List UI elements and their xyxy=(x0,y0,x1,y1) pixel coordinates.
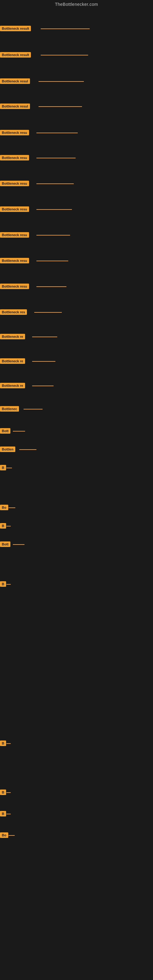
bottleneck-badge: Bott xyxy=(0,541,10,547)
bottleneck-item: Bottleneck result xyxy=(0,26,31,31)
bottleneck-bar xyxy=(37,286,66,287)
bottleneck-bar xyxy=(32,337,57,337)
bottleneck-badge: Bottleneck result xyxy=(0,26,31,31)
bottleneck-bar xyxy=(9,835,15,836)
bottleneck-bar xyxy=(19,449,37,450)
bottleneck-badge: B xyxy=(0,581,6,587)
bottleneck-badge: Bottleneck resu xyxy=(0,283,29,289)
bottleneck-badge: B xyxy=(0,811,6,816)
bottleneck-badge: Bottleneck re xyxy=(0,383,25,388)
bottleneck-bar xyxy=(37,209,72,210)
bottleneck-bar xyxy=(37,133,78,133)
bottleneck-item: Bottleneck resu xyxy=(0,181,29,186)
bottleneck-bar xyxy=(9,508,15,508)
bottleneck-item: Bott xyxy=(0,541,10,547)
bottleneck-bar xyxy=(6,468,12,468)
bottleneck-item: Bottleneck result xyxy=(0,52,31,57)
bottleneck-bar xyxy=(32,385,54,386)
bottleneck-item: Bottleneck resu xyxy=(0,283,29,289)
bottleneck-item: Bottleneck resu xyxy=(0,258,29,263)
site-title: TheBottlenecker.com xyxy=(0,0,153,9)
bottleneck-item: Bo xyxy=(0,832,8,838)
bottleneck-badge: Bottleneck re xyxy=(0,334,25,339)
bottleneck-bar xyxy=(41,55,88,56)
bottleneck-bar xyxy=(41,29,90,29)
bottleneck-item: Bo xyxy=(0,505,8,510)
bottleneck-bar xyxy=(6,743,11,744)
bottleneck-item: B xyxy=(0,523,6,528)
bottleneck-item: Bottleneck re xyxy=(0,383,25,388)
bottleneck-item: Bottleneck re xyxy=(0,358,25,364)
bottleneck-item: Bottlenec xyxy=(0,406,19,412)
bottleneck-bar xyxy=(38,81,84,82)
bottleneck-bar xyxy=(37,183,74,184)
bottleneck-item: B xyxy=(0,581,6,587)
bottleneck-badge: Bott xyxy=(0,428,10,434)
bottleneck-item: B xyxy=(0,811,6,816)
bottleneck-badge: Bo xyxy=(0,505,8,510)
bottleneck-badge: Bottleneck re xyxy=(0,358,25,364)
bottleneck-bar xyxy=(24,409,43,409)
bottleneck-bar xyxy=(38,106,82,107)
bottleneck-item: Bottleneck resu xyxy=(0,232,29,238)
bottleneck-badge: Bottleneck res xyxy=(0,309,27,315)
bottleneck-badge: Bo xyxy=(0,832,8,838)
bottleneck-bar xyxy=(37,261,68,261)
bottleneck-badge: B xyxy=(0,740,6,746)
bottleneck-item: Bottleneck re xyxy=(0,334,25,339)
bottleneck-badge: Bottleneck resu xyxy=(0,181,29,186)
bottleneck-bar xyxy=(37,235,70,235)
bottleneck-badge: B xyxy=(0,465,6,470)
bottleneck-bar xyxy=(6,792,11,793)
bottleneck-badge: Bottlen xyxy=(0,447,15,452)
bottleneck-bar xyxy=(6,526,11,527)
bottleneck-item: Bottleneck resu xyxy=(0,207,29,212)
bottleneck-item: B xyxy=(0,465,6,470)
bottleneck-badge: Bottleneck resu xyxy=(0,258,29,263)
bottleneck-badge: Bottleneck resu xyxy=(0,207,29,212)
bottleneck-badge: Bottleneck result xyxy=(0,52,31,57)
bottleneck-item: Bottlen xyxy=(0,447,15,452)
bottleneck-badge: Bottleneck resu xyxy=(0,232,29,238)
bottleneck-badge: B xyxy=(0,523,6,528)
bottleneck-bar xyxy=(6,814,11,814)
bottleneck-item: Bottleneck resul xyxy=(0,103,30,109)
bottleneck-bar xyxy=(32,361,56,362)
bottleneck-bar xyxy=(37,158,76,158)
bottleneck-badge: Bottleneck resul xyxy=(0,103,30,109)
bottleneck-item: Bott xyxy=(0,428,10,434)
bottleneck-badge: Bottlenec xyxy=(0,406,19,412)
bottleneck-badge: B xyxy=(0,789,6,795)
bottleneck-bar xyxy=(6,584,11,585)
bottleneck-badge: Bottleneck resu xyxy=(0,130,29,135)
bottleneck-item: Bottleneck res xyxy=(0,309,27,315)
bottleneck-bar xyxy=(13,544,24,545)
bottleneck-badge: Bottleneck resu xyxy=(0,155,29,161)
bottleneck-bar xyxy=(13,431,25,431)
bottleneck-item: B xyxy=(0,740,6,746)
bottleneck-item: Bottleneck resu xyxy=(0,155,29,161)
bottleneck-bar xyxy=(34,312,62,313)
bottleneck-item: B xyxy=(0,789,6,795)
bottleneck-badge: Bottleneck resul xyxy=(0,78,30,84)
bottleneck-item: Bottleneck resu xyxy=(0,130,29,135)
bottleneck-item: Bottleneck resul xyxy=(0,78,30,84)
